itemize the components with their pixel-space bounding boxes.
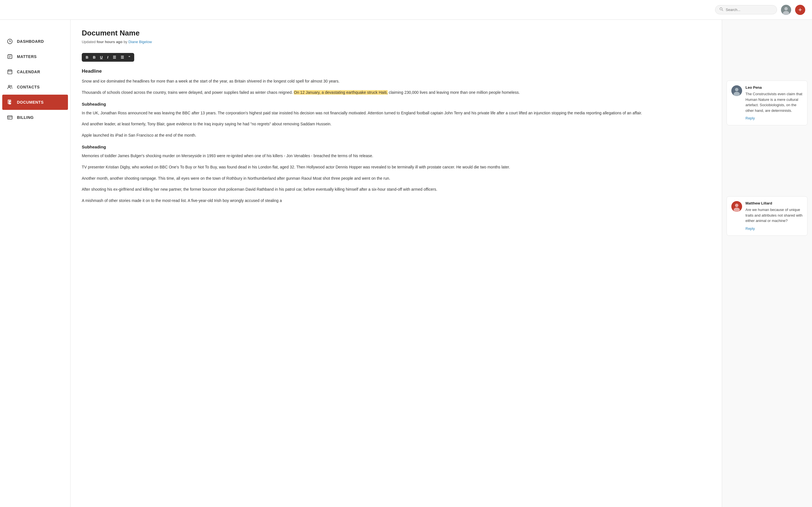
meta-prefix: Updated [82, 40, 96, 44]
svg-line-1 [722, 10, 723, 11]
documents-icon [7, 99, 13, 105]
comment-body-2: Matthew Lillard Are we human because of … [746, 201, 803, 231]
comment-spacer-2 [726, 130, 808, 192]
sidebar-item-calendar[interactable]: CALENDAR [0, 64, 70, 79]
toolbar-italic-btn[interactable]: I [106, 55, 109, 60]
headline-p2: Thousands of schools closed across the c… [82, 89, 711, 96]
comment-text-2: Are we human because of unique traits an… [746, 207, 803, 224]
matters-icon [7, 54, 13, 60]
main-wrapper: Document Name Updated four hours ago by … [70, 20, 812, 507]
sub2-p2: TV presenter Kristian Digby, who worked … [82, 164, 711, 171]
sidebar-label-documents: DOCUMENTS [17, 100, 44, 105]
svg-rect-19 [9, 101, 11, 104]
svg-point-29 [735, 204, 739, 207]
headline-p1: Snow and ice dominated the headlines for… [82, 78, 711, 85]
comment-spacer [726, 25, 808, 76]
comment-body-1: Leo Pena The Constructivists even claim … [746, 86, 803, 121]
sidebar-label-contacts: CONTACTS [17, 85, 40, 89]
search-input[interactable] [726, 8, 773, 12]
headline-heading: Headline [82, 68, 711, 74]
sidebar-item-contacts[interactable]: CONTACTS [0, 79, 70, 95]
comment-reply-btn-2[interactable]: Reply [746, 226, 755, 231]
content-area: Document Name Updated four hours ago by … [70, 20, 722, 507]
comment-text-1: The Constructivists even claim that Huma… [746, 91, 803, 113]
svg-point-6 [10, 41, 10, 42]
meta-by: by [123, 40, 128, 44]
svg-rect-7 [8, 55, 12, 58]
comment-card-1: Leo Pena The Constructivists even claim … [726, 80, 808, 125]
sidebar-label-dashboard: DASHBOARD [17, 39, 44, 44]
svg-rect-9 [10, 54, 11, 55]
sidebar-label-billing: BILLING [17, 115, 34, 120]
meta-time: four hours ago [97, 40, 123, 44]
comment-avatar-matthew [731, 201, 742, 212]
formatting-toolbar: B B U I ☰ ☰ " [82, 53, 134, 62]
sub2-p1: Memories of toddler James Bulger's shock… [82, 153, 711, 159]
document-meta: Updated four hours ago by Diane Bigelow [82, 40, 711, 44]
search-icon [719, 7, 723, 12]
comments-panel: Leo Pena The Constructivists even claim … [722, 20, 812, 507]
toolbar-underline-btn[interactable]: U [99, 55, 104, 60]
document-title: Document Name [82, 29, 711, 38]
topbar: + [0, 0, 812, 20]
calendar-icon [7, 69, 13, 75]
p2-highlight: On 12 January, a devastating earthquake … [294, 90, 388, 95]
comment-card-2: Matthew Lillard Are we human because of … [726, 196, 808, 236]
p2-after: claiming 230,000 lives and leaving more … [388, 90, 520, 95]
sub2-p5: A mishmash of other stories made it on t… [82, 198, 711, 204]
sidebar-label-calendar: CALENDAR [17, 69, 40, 74]
toolbar-bold-btn2[interactable]: B [92, 55, 96, 60]
sub2-p4: After shooting his ex-girlfriend and kil… [82, 186, 711, 193]
billing-icon [7, 114, 13, 121]
sub1-p3: Apple launched its iPad in San Francisco… [82, 132, 711, 139]
user-avatar[interactable] [781, 5, 791, 15]
sidebar-item-dashboard[interactable]: DASHBOARD [0, 34, 70, 49]
sidebar-item-documents[interactable]: DOCUMENTS [2, 95, 68, 110]
p2-before: Thousands of schools closed across the c… [82, 90, 294, 95]
svg-rect-12 [8, 70, 12, 74]
svg-point-0 [720, 8, 722, 10]
svg-point-3 [784, 7, 788, 10]
sidebar-item-billing[interactable]: BILLING [0, 110, 70, 125]
svg-point-17 [11, 86, 12, 87]
svg-point-26 [735, 88, 739, 91]
sidebar-label-matters: MATTERS [17, 54, 37, 59]
comment-author-1: Leo Pena [746, 86, 803, 90]
toolbar-list-unordered-btn[interactable]: ☰ [112, 55, 117, 60]
meta-author[interactable]: Diane Bigelow [128, 40, 152, 44]
sub2-p3: Another month, another shooting rampage.… [82, 175, 711, 182]
sidebar: DASHBOARD MATTERS CALENDAR [0, 0, 70, 507]
sub1-p1: In the UK, Jonathan Ross announced he wa… [82, 110, 711, 117]
toolbar-list-ordered-btn[interactable]: ☰ [119, 55, 125, 60]
toolbar-bold-btn[interactable]: B [85, 55, 89, 60]
search-box[interactable] [715, 5, 777, 14]
contacts-icon [7, 84, 13, 90]
svg-point-16 [8, 86, 10, 87]
comment-reply-btn-1[interactable]: Reply [746, 116, 755, 120]
comment-avatar-leo [731, 86, 742, 96]
topbar-actions: + [715, 5, 805, 15]
add-button[interactable]: + [795, 5, 805, 15]
dashboard-icon [7, 38, 13, 45]
subheading2: Subheading [82, 145, 711, 149]
sub1-p2: And another leader, at least formerly, T… [82, 121, 711, 128]
svg-rect-8 [9, 54, 9, 55]
toolbar-quote-btn[interactable]: " [128, 55, 132, 60]
comment-author-2: Matthew Lillard [746, 201, 803, 205]
svg-rect-22 [8, 116, 12, 119]
sidebar-item-matters[interactable]: MATTERS [0, 49, 70, 64]
subheading1: Subheading [82, 102, 711, 107]
